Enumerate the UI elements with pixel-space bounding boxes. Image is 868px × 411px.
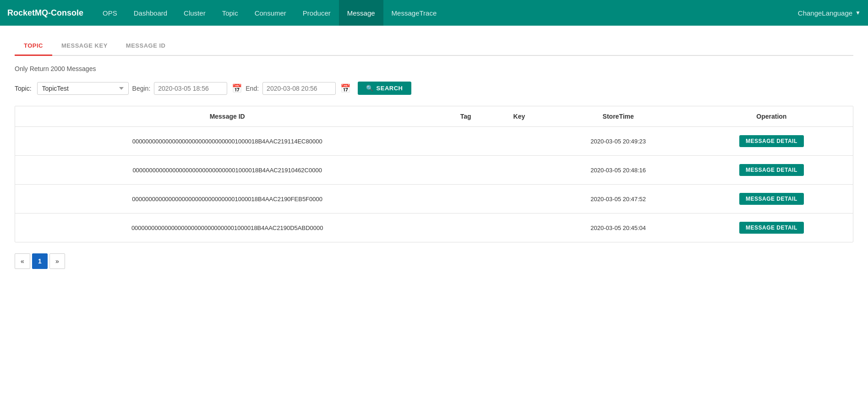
tag-cell-2 bbox=[439, 156, 492, 185]
tag-cell-3 bbox=[439, 185, 492, 214]
pagination: « 1 » bbox=[15, 253, 853, 269]
table-body: 00000000000000000000000000000001000018B4… bbox=[15, 127, 853, 242]
message-id-cell-4: 00000000000000000000000000000001000018B4… bbox=[15, 214, 439, 242]
col-store-time: StoreTime bbox=[546, 106, 690, 127]
store-time-cell-4: 2020-03-05 20:45:04 bbox=[546, 214, 690, 242]
table-row: 00000000000000000000000000000001000018B4… bbox=[15, 156, 853, 185]
topic-label: Topic: bbox=[15, 85, 32, 92]
end-datetime-input[interactable] bbox=[262, 82, 336, 95]
info-text: Only Return 2000 Messages bbox=[15, 65, 853, 72]
table-row: 00000000000000000000000000000001000018B4… bbox=[15, 214, 853, 242]
message-detail-button-2[interactable]: MESSAGE DETAIL bbox=[739, 164, 804, 176]
table-row: 00000000000000000000000000000001000018B4… bbox=[15, 185, 853, 214]
tabs: TOPIC MESSAGE KEY MESSAGE ID bbox=[15, 37, 853, 56]
nav-item-message[interactable]: Message bbox=[339, 0, 383, 26]
col-operation: Operation bbox=[690, 106, 853, 127]
nav-item-topic[interactable]: Topic bbox=[214, 0, 246, 26]
tag-cell-4 bbox=[439, 214, 492, 242]
pagination-next[interactable]: » bbox=[49, 253, 65, 269]
message-id-cell-3: 00000000000000000000000000000001000018B4… bbox=[15, 185, 439, 214]
message-detail-button-3[interactable]: MESSAGE DETAIL bbox=[739, 193, 804, 205]
table-head: Message ID Tag Key StoreTime Operation bbox=[15, 106, 853, 127]
col-key: Key bbox=[492, 106, 546, 127]
table-row: 00000000000000000000000000000001000018B4… bbox=[15, 127, 853, 156]
nav-item-ops[interactable]: OPS bbox=[94, 0, 126, 26]
table-header-row: Message ID Tag Key StoreTime Operation bbox=[15, 106, 853, 127]
message-detail-button-4[interactable]: MESSAGE DETAIL bbox=[739, 222, 804, 234]
nav-item-producer[interactable]: Producer bbox=[295, 0, 339, 26]
store-time-cell-2: 2020-03-05 20:48:16 bbox=[546, 156, 690, 185]
operation-cell-4: MESSAGE DETAIL bbox=[690, 214, 853, 242]
chevron-down-icon: ▼ bbox=[855, 10, 861, 16]
nav-item-messagetrace[interactable]: MessageTrace bbox=[383, 0, 445, 26]
store-time-cell-3: 2020-03-05 20:47:52 bbox=[546, 185, 690, 214]
search-icon: 🔍 bbox=[366, 85, 374, 92]
tab-topic[interactable]: TOPIC bbox=[15, 37, 52, 56]
begin-datetime-input[interactable] bbox=[154, 82, 227, 95]
change-language-dropdown[interactable]: ChangeLanguage ▼ bbox=[798, 9, 861, 17]
message-id-cell-2: 00000000000000000000000000000001000018B4… bbox=[15, 156, 439, 185]
operation-cell-2: MESSAGE DETAIL bbox=[690, 156, 853, 185]
begin-label: Begin: bbox=[132, 85, 151, 92]
message-id-cell-1: 00000000000000000000000000000001000018B4… bbox=[15, 127, 439, 156]
col-tag: Tag bbox=[439, 106, 492, 127]
end-label: End: bbox=[246, 85, 259, 92]
operation-cell-3: MESSAGE DETAIL bbox=[690, 185, 853, 214]
col-message-id: Message ID bbox=[15, 106, 439, 127]
pagination-current[interactable]: 1 bbox=[32, 253, 48, 269]
nav-item-cluster[interactable]: Cluster bbox=[175, 0, 214, 26]
key-cell-3 bbox=[492, 185, 546, 214]
navbar: RocketMQ-Console OPS Dashboard Cluster T… bbox=[0, 0, 868, 26]
message-table: Message ID Tag Key StoreTime Operation 0… bbox=[15, 106, 853, 242]
key-cell-1 bbox=[492, 127, 546, 156]
calendar-icon-begin[interactable]: 📅 bbox=[232, 83, 242, 93]
nav-item-consumer[interactable]: Consumer bbox=[246, 0, 295, 26]
search-bar: Topic: TopicTest Begin: 📅 End: 📅 🔍 SEARC… bbox=[15, 82, 853, 95]
navbar-brand: RocketMQ-Console bbox=[7, 8, 83, 18]
search-button-label: SEARCH bbox=[377, 85, 403, 92]
tag-cell-1 bbox=[439, 127, 492, 156]
store-time-cell-1: 2020-03-05 20:49:23 bbox=[546, 127, 690, 156]
tab-message-key[interactable]: MESSAGE KEY bbox=[52, 37, 117, 56]
key-cell-2 bbox=[492, 156, 546, 185]
tab-message-id[interactable]: MESSAGE ID bbox=[117, 37, 175, 56]
main-content: TOPIC MESSAGE KEY MESSAGE ID Only Return… bbox=[0, 26, 868, 280]
message-table-wrapper: Message ID Tag Key StoreTime Operation 0… bbox=[15, 106, 853, 242]
key-cell-4 bbox=[492, 214, 546, 242]
search-button[interactable]: 🔍 SEARCH bbox=[358, 82, 411, 95]
operation-cell-1: MESSAGE DETAIL bbox=[690, 127, 853, 156]
calendar-icon-end[interactable]: 📅 bbox=[340, 83, 350, 93]
navbar-nav: OPS Dashboard Cluster Topic Consumer Pro… bbox=[94, 0, 798, 26]
change-language-label: ChangeLanguage bbox=[798, 9, 852, 17]
topic-select[interactable]: TopicTest bbox=[37, 82, 129, 95]
message-detail-button-1[interactable]: MESSAGE DETAIL bbox=[739, 135, 804, 147]
pagination-prev[interactable]: « bbox=[15, 253, 30, 269]
nav-item-dashboard[interactable]: Dashboard bbox=[126, 0, 175, 26]
